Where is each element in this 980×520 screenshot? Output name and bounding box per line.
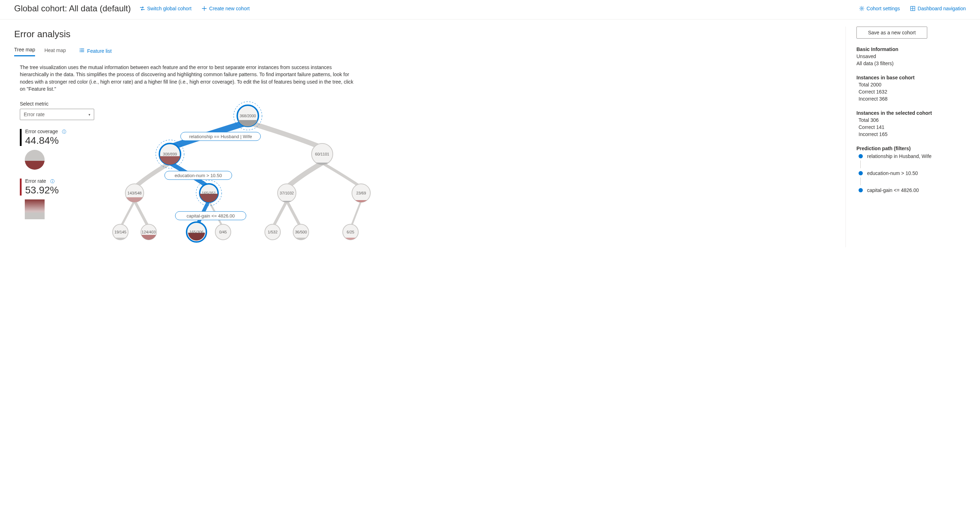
tree-node-l3a[interactable]: 19/145 bbox=[113, 224, 128, 240]
tree-node-l2b[interactable]: 165/351 bbox=[196, 180, 222, 206]
tabs: Tree map Heat map Feature list bbox=[14, 45, 838, 57]
info-icon[interactable]: ⓘ bbox=[62, 129, 66, 134]
main-area: Error analysis Tree map Heat map Feature… bbox=[0, 19, 980, 254]
dashboard-navigation-button[interactable]: Dashboard navigation bbox=[910, 6, 966, 11]
tree-node-l3e[interactable]: 1/532 bbox=[265, 224, 280, 240]
svg-text:368/2000: 368/2000 bbox=[240, 114, 256, 118]
switch-global-cohort-button[interactable]: Switch global cohort bbox=[140, 6, 191, 11]
tree-node-l1b[interactable]: 60/1101 bbox=[312, 144, 333, 165]
svg-text:23/69: 23/69 bbox=[356, 191, 366, 195]
tree-node-l2d[interactable]: 23/69 bbox=[352, 184, 370, 202]
page-title: Error analysis bbox=[14, 29, 838, 40]
cohort-settings-label: Cohort settings bbox=[867, 6, 900, 11]
prediction-path-item: relationship in Husband, Wife bbox=[856, 153, 966, 159]
save-as-new-cohort-button[interactable]: Save as a new cohort bbox=[856, 27, 927, 38]
feature-list-label: Feature list bbox=[87, 48, 111, 54]
svg-point-4 bbox=[80, 51, 80, 52]
svg-text:143/548: 143/548 bbox=[127, 191, 142, 195]
tab-heat-map[interactable]: Heat map bbox=[44, 46, 66, 56]
error-coverage-block: Error coverage ⓘ 44.84% bbox=[20, 129, 95, 170]
svg-text:capital-gain <= 4826.00: capital-gain <= 4826.00 bbox=[186, 213, 235, 219]
error-rate-value: 53.92% bbox=[25, 185, 59, 196]
tree-node-l2a[interactable]: 143/548 bbox=[125, 184, 144, 202]
path-connector-icon bbox=[860, 177, 861, 185]
global-cohort-title: Global cohort: All data (default) bbox=[14, 3, 131, 13]
tree-rule-3: capital-gain <= 4826.00 bbox=[175, 212, 246, 220]
info-icon[interactable]: ⓘ bbox=[50, 179, 54, 184]
prediction-path-text: education-num > 10.50 bbox=[867, 171, 918, 176]
svg-text:0/45: 0/45 bbox=[219, 230, 227, 234]
tab-tree-map[interactable]: Tree map bbox=[14, 45, 35, 56]
path-dot-icon bbox=[859, 154, 863, 158]
header-right: Cohort settings Dashboard navigation bbox=[849, 6, 966, 11]
tree-node-l3g[interactable]: 6/25 bbox=[343, 224, 358, 240]
plus-icon bbox=[202, 6, 207, 11]
chevron-down-icon: ▾ bbox=[89, 113, 90, 116]
tree-rule-2: education-num > 10.50 bbox=[165, 171, 232, 180]
tree-node-l3b[interactable]: 124/403 bbox=[141, 224, 156, 240]
content: Error analysis Tree map Heat map Feature… bbox=[14, 27, 838, 247]
svg-text:37/1032: 37/1032 bbox=[280, 191, 294, 195]
tree-node-l2c[interactable]: 37/1032 bbox=[278, 184, 296, 202]
svg-text:19/145: 19/145 bbox=[115, 230, 126, 234]
select-metric-label: Select metric bbox=[20, 101, 95, 107]
coverage-legend-icon bbox=[25, 150, 45, 170]
switch-global-cohort-label: Switch global cohort bbox=[147, 6, 191, 11]
error-tree[interactable]: 368/2000 relationship == Husband | Wife … bbox=[95, 101, 838, 247]
selected-incorrect: Incorrect 165 bbox=[859, 131, 966, 137]
side-panel: Save as a new cohort Basic Information U… bbox=[845, 27, 966, 247]
selected-cohort-title: Instances in the selected cohort bbox=[856, 110, 966, 116]
create-new-cohort-label: Create new cohort bbox=[209, 6, 250, 11]
tree-node-l3f[interactable]: 36/500 bbox=[293, 224, 309, 240]
swap-icon bbox=[140, 6, 145, 11]
svg-point-0 bbox=[861, 8, 862, 9]
base-correct: Correct 1632 bbox=[859, 89, 966, 94]
error-rate-block: Error rate ⓘ 53.92% bbox=[20, 178, 95, 219]
rate-legend-icon bbox=[25, 199, 45, 219]
prediction-path-item: capital-gain <= 4826.00 bbox=[856, 187, 966, 193]
svg-rect-45 bbox=[352, 200, 370, 202]
svg-text:308/899: 308/899 bbox=[163, 152, 177, 156]
prediction-path-text: capital-gain <= 4826.00 bbox=[867, 187, 919, 193]
tree-node-l3d[interactable]: 0/45 bbox=[215, 224, 231, 240]
create-new-cohort-button[interactable]: Create new cohort bbox=[202, 6, 250, 11]
select-metric-value: Error rate bbox=[24, 112, 45, 117]
svg-text:60/1101: 60/1101 bbox=[315, 152, 329, 156]
grid-icon bbox=[910, 6, 916, 11]
svg-text:124/403: 124/403 bbox=[142, 230, 156, 234]
selected-total: Total 306 bbox=[859, 117, 966, 123]
coverage-bar-icon bbox=[20, 129, 22, 146]
gear-icon bbox=[859, 6, 865, 11]
error-coverage-label: Error coverage bbox=[25, 129, 58, 134]
prediction-path-title: Prediction path (filters) bbox=[856, 145, 966, 151]
tree-node-l1a[interactable]: 308/899 bbox=[156, 140, 184, 168]
tree-rule-1: relationship == Husband | Wife bbox=[181, 132, 261, 140]
svg-rect-30 bbox=[312, 163, 333, 165]
basic-info-cohort: All data (3 filters) bbox=[856, 61, 966, 66]
cohort-settings-button[interactable]: Cohort settings bbox=[859, 6, 900, 11]
svg-text:165/351: 165/351 bbox=[202, 191, 216, 195]
error-coverage-value: 44.84% bbox=[25, 135, 66, 146]
svg-rect-27 bbox=[159, 156, 181, 165]
tree-description: The tree visualization uses the mutual i… bbox=[20, 64, 360, 93]
basic-info-title: Basic Information bbox=[856, 46, 966, 52]
dashboard-navigation-label: Dashboard navigation bbox=[918, 6, 966, 11]
svg-rect-53 bbox=[141, 235, 156, 240]
svg-rect-42 bbox=[278, 201, 296, 202]
app-header: Global cohort: All data (default) Switch… bbox=[0, 0, 980, 19]
svg-point-2 bbox=[80, 48, 80, 49]
select-metric-dropdown[interactable]: Error rate ▾ bbox=[20, 109, 94, 120]
controls: Select metric Error rate ▾ Error coverag… bbox=[14, 101, 95, 247]
svg-text:165/306: 165/306 bbox=[189, 230, 204, 234]
selected-correct: Correct 141 bbox=[859, 124, 966, 130]
path-dot-icon bbox=[859, 171, 863, 175]
svg-text:1/532: 1/532 bbox=[268, 230, 278, 234]
feature-list-button[interactable]: Feature list bbox=[79, 48, 111, 54]
list-icon bbox=[79, 48, 85, 54]
base-cohort-title: Instances in base cohort bbox=[856, 75, 966, 80]
tree-node-l3c[interactable]: 165/306 bbox=[186, 222, 207, 242]
prediction-path-text: relationship in Husband, Wife bbox=[867, 153, 932, 159]
base-total: Total 2000 bbox=[859, 82, 966, 88]
path-dot-icon bbox=[859, 188, 863, 192]
svg-text:relationship == Husband | Wife: relationship == Husband | Wife bbox=[189, 134, 252, 139]
